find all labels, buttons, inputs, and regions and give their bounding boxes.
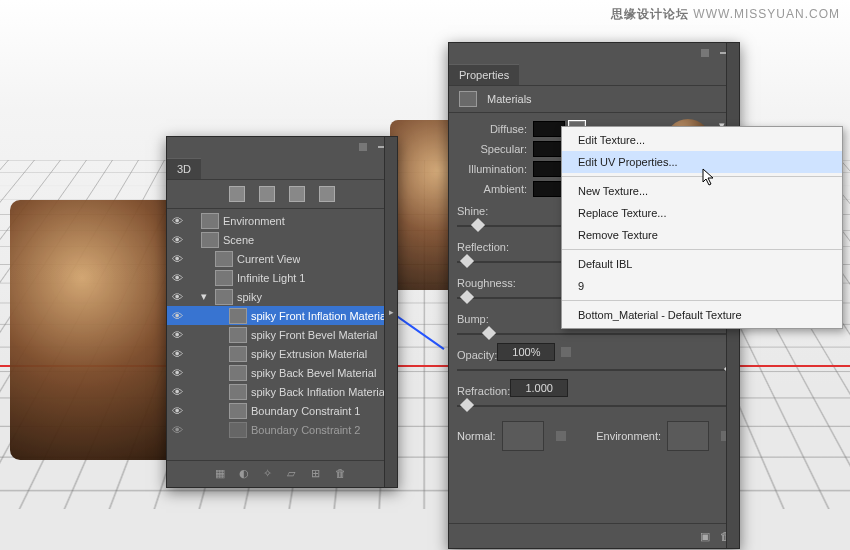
- menu-separator: [562, 249, 842, 250]
- render-select-icon[interactable]: ▣: [700, 530, 710, 543]
- collapse-icon[interactable]: [359, 143, 367, 151]
- slider-label: Refraction:: [457, 385, 510, 397]
- visibility-eye-icon[interactable]: 👁: [167, 405, 187, 417]
- visibility-eye-icon[interactable]: 👁: [167, 215, 187, 227]
- mesh-object[interactable]: [10, 200, 190, 460]
- con-icon: [229, 403, 247, 419]
- slider-label: Reflection:: [457, 241, 509, 253]
- panel-prop-topbar: [449, 43, 739, 63]
- tree-row[interactable]: 👁 spiky Back Inflation Material: [167, 382, 397, 401]
- menu-separator: [562, 300, 842, 301]
- material-icon: [459, 91, 477, 107]
- folder-icon[interactable]: [561, 347, 571, 357]
- filter-mesh-icon[interactable]: [259, 186, 275, 202]
- light-toggle-icon[interactable]: ◐: [239, 467, 253, 481]
- tree-label: spiky Back Bevel Material: [251, 367, 376, 379]
- tree-row[interactable]: 👁 Environment: [167, 211, 397, 230]
- cam-icon: [215, 251, 233, 267]
- tree-label: Infinite Light 1: [237, 272, 306, 284]
- panel-3d-header: 3D: [167, 157, 397, 180]
- add-light-icon[interactable]: ✧: [263, 467, 277, 481]
- tree-row[interactable]: 👁 spiky Front Bevel Material: [167, 325, 397, 344]
- environment-label: Environment:: [596, 430, 661, 442]
- menu-item[interactable]: Default IBL: [562, 253, 842, 275]
- mat-icon: [229, 384, 247, 400]
- scene-tree[interactable]: 👁 Environment👁 Scene👁 Current View👁 Infi…: [167, 209, 397, 441]
- swatch-label: Diffuse:: [457, 123, 533, 135]
- properties-subtitle: Materials: [487, 93, 532, 105]
- visibility-eye-icon[interactable]: 👁: [167, 253, 187, 265]
- swatch-label: Ambient:: [457, 183, 533, 195]
- mat-icon: [229, 308, 247, 324]
- tree-row[interactable]: 👁 Boundary Constraint 2: [167, 420, 397, 439]
- tab-properties[interactable]: Properties: [449, 64, 519, 85]
- menu-item[interactable]: Replace Texture...: [562, 202, 842, 224]
- watermark: 思缘设计论坛 WWW.MISSYUAN.COM: [611, 6, 840, 23]
- visibility-eye-icon[interactable]: 👁: [167, 329, 187, 341]
- slider-label: Opacity:: [457, 349, 497, 361]
- mat-icon: [229, 327, 247, 343]
- visibility-eye-icon[interactable]: 👁: [167, 310, 187, 322]
- visibility-eye-icon[interactable]: 👁: [167, 234, 187, 246]
- filter-light-icon[interactable]: [319, 186, 335, 202]
- tree-label: spiky Back Inflation Material: [251, 386, 387, 398]
- environment-swatch[interactable]: [667, 421, 709, 451]
- slider-group: Refraction:1.000: [457, 379, 731, 413]
- visibility-eye-icon[interactable]: 👁: [167, 272, 187, 284]
- mat-icon: [229, 365, 247, 381]
- menu-item[interactable]: Edit Texture...: [562, 129, 842, 151]
- folder-icon[interactable]: [556, 431, 566, 441]
- tree-row[interactable]: 👁 spiky Extrusion Material: [167, 344, 397, 363]
- tree-row[interactable]: 👁 Boundary Constraint 1: [167, 401, 397, 420]
- slider[interactable]: [457, 399, 731, 413]
- dock-handle[interactable]: ▸: [384, 137, 397, 487]
- normal-row: Normal: Environment:: [457, 421, 731, 451]
- light-icon: [215, 270, 233, 286]
- trash-icon[interactable]: 🗑: [335, 467, 349, 481]
- slider-label: Shine:: [457, 205, 488, 217]
- filter-scene-icon[interactable]: [229, 186, 245, 202]
- slider[interactable]: [457, 327, 731, 341]
- render-icon[interactable]: ▦: [215, 467, 229, 481]
- visibility-eye-icon[interactable]: 👁: [167, 291, 187, 303]
- menu-item[interactable]: Bottom_Material - Default Texture: [562, 304, 842, 326]
- slider[interactable]: [457, 363, 731, 377]
- tree-label: Scene: [223, 234, 254, 246]
- plane-icon[interactable]: ▱: [287, 467, 301, 481]
- value-box[interactable]: 1.000: [510, 379, 568, 397]
- visibility-eye-icon[interactable]: 👁: [167, 348, 187, 360]
- slider-group: Opacity:100%: [457, 343, 731, 377]
- slider-label: Roughness:: [457, 277, 516, 289]
- value-box[interactable]: 100%: [497, 343, 555, 361]
- tree-row[interactable]: 👁 ▾ spiky: [167, 287, 397, 306]
- tab-3d[interactable]: 3D: [167, 158, 201, 179]
- tree-row[interactable]: 👁 Scene: [167, 230, 397, 249]
- tree-row[interactable]: 👁 spiky Front Inflation Material: [167, 306, 397, 325]
- panel-prop-footer: ▣ 🗑: [449, 523, 739, 548]
- tree-row[interactable]: 👁 spiky Back Bevel Material: [167, 363, 397, 382]
- filter-material-icon[interactable]: [289, 186, 305, 202]
- collapse-icon[interactable]: [701, 49, 709, 57]
- panel-3d: 3D 👁 Environment👁 Scene👁 Current View👁 I…: [166, 136, 398, 488]
- swatch-label: Illumination:: [457, 163, 533, 175]
- env-icon: [201, 213, 219, 229]
- tree-label: Boundary Constraint 1: [251, 405, 360, 417]
- chevron-down-icon[interactable]: ▾: [201, 290, 211, 303]
- tree-label: Current View: [237, 253, 300, 265]
- tree-row[interactable]: 👁 Infinite Light 1: [167, 268, 397, 287]
- visibility-eye-icon[interactable]: 👁: [167, 367, 187, 379]
- tree-label: spiky Front Bevel Material: [251, 329, 378, 341]
- properties-subheader: Materials: [449, 86, 739, 113]
- mat-icon: [229, 346, 247, 362]
- cursor-icon: [702, 168, 716, 186]
- menu-item[interactable]: 9: [562, 275, 842, 297]
- new-icon[interactable]: ⊞: [311, 467, 325, 481]
- tree-label: spiky: [237, 291, 262, 303]
- visibility-eye-icon[interactable]: 👁: [167, 386, 187, 398]
- normal-swatch[interactable]: [502, 421, 544, 451]
- mesh-icon: [215, 289, 233, 305]
- tree-row[interactable]: 👁 Current View: [167, 249, 397, 268]
- watermark-url: WWW.MISSYUAN.COM: [693, 7, 840, 21]
- visibility-eye-icon[interactable]: 👁: [167, 424, 187, 436]
- menu-item[interactable]: Remove Texture: [562, 224, 842, 246]
